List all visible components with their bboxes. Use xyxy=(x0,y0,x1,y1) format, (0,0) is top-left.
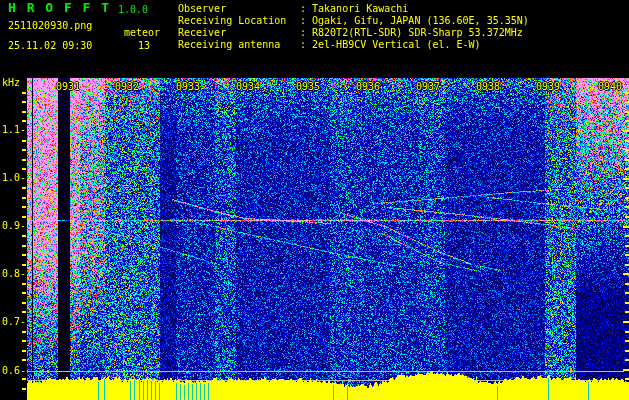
app-title: H R O F F T xyxy=(8,2,111,14)
time-label: 0939 xyxy=(514,81,560,92)
freq-label: 0.6- xyxy=(0,365,26,376)
freq-label: 0.9- xyxy=(0,220,26,231)
time-label: 0931 xyxy=(34,81,80,92)
freq-axis-unit: kHz xyxy=(2,77,20,89)
time-label: 0934 xyxy=(214,81,260,92)
info-value: : 2el-HB9CV Vertical (el. E-W) xyxy=(300,39,481,50)
freq-label: 1.0- xyxy=(0,172,26,183)
info-value: : Takanori Kawachi xyxy=(300,3,408,14)
hrofft-window: H R O F F T 1.0.0 2511020930.png meteor … xyxy=(0,0,629,400)
mode-label: meteor xyxy=(124,27,160,39)
time-label: 0933 xyxy=(154,81,200,92)
time-label: 0935 xyxy=(274,81,320,92)
time-label: 0938 xyxy=(454,81,500,92)
receiver-info-row: Receiver: R820T2(RTL-SDR) SDR-Sharp 53.3… xyxy=(178,27,529,39)
time-label: 0936 xyxy=(334,81,380,92)
info-value: : R820T2(RTL-SDR) SDR-Sharp 53.372MHz xyxy=(300,27,523,38)
echo-count: 13 xyxy=(138,40,150,52)
freq-label: 0.8- xyxy=(0,268,26,279)
time-label: 0940 xyxy=(576,81,622,92)
time-label: 0937 xyxy=(394,81,440,92)
receiver-info-row: Receiving antenna: 2el-HB9CV Vertical (e… xyxy=(178,39,529,51)
app-version: 1.0.0 xyxy=(118,4,148,16)
info-label: Receiving Location xyxy=(178,15,300,27)
info-label: Receiving antenna xyxy=(178,39,300,51)
info-value: : Ogaki, Gifu, JAPAN (136.60E, 35.35N) xyxy=(300,15,529,26)
receiver-info-list: Observer: Takanori KawachiReceiving Loca… xyxy=(178,3,529,51)
observation-datetime: 25.11.02 09:30 xyxy=(8,40,92,52)
time-label: 0932 xyxy=(93,81,139,92)
freq-label: 0.7- xyxy=(0,316,26,327)
info-label: Observer xyxy=(178,3,300,15)
freq-label: 1.1- xyxy=(0,124,26,135)
output-filename: 2511020930.png xyxy=(8,20,92,32)
receiver-info-row: Observer: Takanori Kawachi xyxy=(178,3,529,15)
info-label: Receiver xyxy=(178,27,300,39)
receiver-info-row: Receiving Location: Ogaki, Gifu, JAPAN (… xyxy=(178,15,529,27)
spectrogram-canvas xyxy=(0,0,629,400)
